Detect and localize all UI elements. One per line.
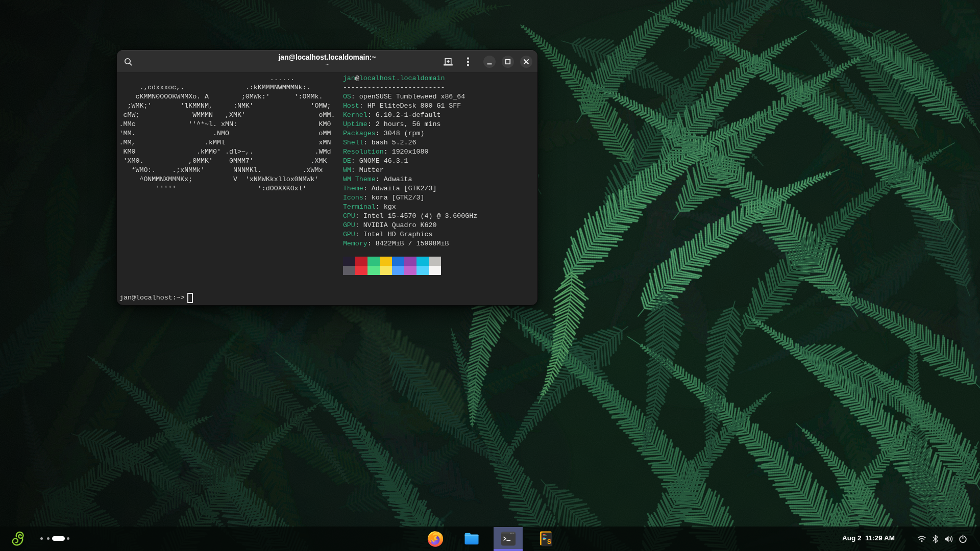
- svg-text:S: S: [547, 538, 551, 545]
